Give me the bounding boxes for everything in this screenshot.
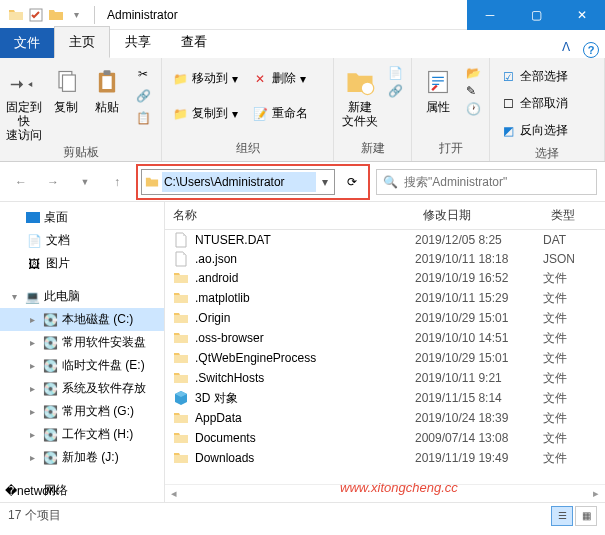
invert-icon: ◩	[500, 123, 516, 139]
nav-drive-c[interactable]: ▸💽本地磁盘 (C:)	[0, 308, 164, 331]
drive-icon: 💽	[42, 404, 58, 420]
cut-icon: ✂	[135, 66, 151, 82]
properties-button[interactable]: 属性	[416, 62, 460, 114]
file-row[interactable]: Downloads2019/11/19 19:49文件	[165, 448, 605, 468]
nav-drive-software[interactable]: ▸💽常用软件安装盘	[0, 331, 164, 354]
folder-small-icon[interactable]	[48, 7, 64, 23]
col-date[interactable]: 修改日期	[415, 202, 543, 229]
help-icon[interactable]: ?	[583, 42, 599, 58]
tab-view[interactable]: 查看	[166, 26, 222, 58]
nav-drive-g[interactable]: ▸💽常用文档 (G:)	[0, 400, 164, 423]
address-input[interactable]	[162, 172, 316, 192]
tab-share[interactable]: 共享	[110, 26, 166, 58]
paste-button[interactable]: 粘贴	[87, 62, 127, 114]
selectnone-button[interactable]: ☐全部取消	[498, 93, 570, 114]
nav-drive-sys[interactable]: ▸💽系统及软件存放	[0, 377, 164, 400]
file-row[interactable]: .QtWebEngineProcess2019/10/29 15:01文件	[165, 348, 605, 368]
quick-access-dropdown-icon[interactable]: ▾	[68, 7, 84, 23]
easyaccess-icon[interactable]: 🔗	[388, 84, 403, 98]
nav-documents[interactable]: 📄文档	[0, 229, 164, 252]
horizontal-scrollbar[interactable]: ◂▸	[165, 484, 605, 502]
quick-access-save-icon[interactable]	[28, 7, 44, 23]
file-date: 2019/10/24 18:39	[415, 411, 543, 425]
nav-drive-h[interactable]: ▸💽工作文档 (H:)	[0, 423, 164, 446]
recent-dropdown[interactable]: ▼	[72, 169, 98, 195]
paste-shortcut-button[interactable]: 📋	[133, 108, 153, 128]
file-row[interactable]: .oss-browser2019/10/10 14:51文件	[165, 328, 605, 348]
file-type: 文件	[543, 290, 605, 307]
refresh-button[interactable]: ⟳	[339, 169, 365, 195]
col-type[interactable]: 类型	[543, 202, 605, 229]
properties-icon	[422, 66, 454, 98]
file-icon	[173, 450, 189, 466]
file-type: 文件	[543, 330, 605, 347]
file-name: .oss-browser	[195, 331, 264, 345]
delete-button[interactable]: ✕删除 ▾	[250, 68, 310, 89]
back-button[interactable]: ←	[8, 169, 34, 195]
open-icon[interactable]: 📂	[466, 66, 481, 80]
pin-quick-access-button[interactable]: 固定到快 速访问	[4, 62, 44, 142]
file-row[interactable]: Documents2009/07/14 13:08文件	[165, 428, 605, 448]
nav-pictures[interactable]: 🖼图片	[0, 252, 164, 275]
file-row[interactable]: NTUSER.DAT2019/12/05 8:25DAT	[165, 230, 605, 249]
copyto-button[interactable]: 📁复制到 ▾	[170, 103, 240, 124]
window-title: Administrator	[107, 8, 467, 22]
search-input[interactable]	[404, 175, 590, 189]
up-button[interactable]: ↑	[104, 169, 130, 195]
maximize-button[interactable]: ▢	[513, 0, 559, 30]
nav-network[interactable]: ▸�network网络	[0, 479, 164, 502]
clipboard-group-label: 剪贴板	[4, 142, 157, 165]
moveto-button[interactable]: 📁移动到 ▾	[170, 68, 240, 89]
chevron-down-icon[interactable]: ▾	[8, 291, 20, 302]
file-list-pane: 名称 修改日期 类型 NTUSER.DAT2019/12/05 8:25DAT.…	[165, 202, 605, 502]
file-row[interactable]: .Origin2019/10/29 15:01文件	[165, 308, 605, 328]
file-name: AppData	[195, 411, 242, 425]
details-view-button[interactable]: ☰	[551, 506, 573, 526]
network-icon: �network	[24, 483, 40, 499]
copypath-button[interactable]: 🔗	[133, 86, 153, 106]
nav-drive-e[interactable]: ▸💽临时文件盘 (E:)	[0, 354, 164, 377]
newfolder-button[interactable]: 新建 文件夹	[338, 62, 382, 128]
rename-button[interactable]: 📝重命名	[250, 103, 310, 124]
invertselect-button[interactable]: ◩反向选择	[498, 120, 570, 141]
file-name: .ao.json	[195, 252, 237, 266]
nav-drive-j[interactable]: ▸💽新加卷 (J:)	[0, 446, 164, 469]
organize-group-label: 组织	[166, 138, 329, 161]
file-name: .Origin	[195, 311, 230, 325]
file-row[interactable]: .SwitchHosts2019/10/11 9:21文件	[165, 368, 605, 388]
ribbon-collapse-icon[interactable]: ᐱ	[555, 36, 577, 58]
select-group-label: 选择	[494, 143, 600, 166]
nav-pane[interactable]: 桌面 📄文档 🖼图片 ▾💻此电脑 ▸💽本地磁盘 (C:) ▸💽常用软件安装盘 ▸…	[0, 202, 165, 502]
edit-icon[interactable]: ✎	[466, 84, 481, 98]
nav-desktop[interactable]: 桌面	[0, 206, 164, 229]
minimize-button[interactable]: ─	[467, 0, 513, 30]
tab-file[interactable]: 文件	[0, 28, 54, 58]
file-type: 文件	[543, 270, 605, 287]
file-row[interactable]: .matplotlib2019/10/11 15:29文件	[165, 288, 605, 308]
file-icon	[173, 430, 189, 446]
selectall-button[interactable]: ☑全部选择	[498, 66, 570, 87]
chevron-right-icon[interactable]: ▸	[26, 314, 38, 325]
address-dropdown-icon[interactable]: ▾	[316, 175, 334, 189]
file-row[interactable]: 3D 对象2019/11/15 8:14文件	[165, 388, 605, 408]
history-icon[interactable]: 🕐	[466, 102, 481, 116]
file-row[interactable]: .android2019/10/19 16:52文件	[165, 268, 605, 288]
moveto-icon: 📁	[172, 71, 188, 87]
copy-button[interactable]: 复制	[46, 62, 86, 114]
address-bar[interactable]: ▾	[141, 169, 335, 195]
col-name[interactable]: 名称	[165, 202, 415, 229]
svg-rect-2	[62, 75, 75, 91]
file-row[interactable]: .ao.json2019/10/11 18:18JSON	[165, 249, 605, 268]
newitem-icon[interactable]: 📄	[388, 66, 403, 80]
tab-home[interactable]: 主页	[54, 26, 110, 58]
nav-thispc[interactable]: ▾💻此电脑	[0, 285, 164, 308]
search-box[interactable]: 🔍	[376, 169, 597, 195]
icons-view-button[interactable]: ▦	[575, 506, 597, 526]
file-row[interactable]: AppData2019/10/24 18:39文件	[165, 408, 605, 428]
forward-button[interactable]: →	[40, 169, 66, 195]
file-date: 2019/10/11 18:18	[415, 252, 543, 266]
cut-button[interactable]: ✂	[133, 64, 153, 84]
drive-icon: 💽	[42, 312, 58, 328]
close-button[interactable]: ✕	[559, 0, 605, 30]
file-rows[interactable]: NTUSER.DAT2019/12/05 8:25DAT.ao.json2019…	[165, 230, 605, 484]
